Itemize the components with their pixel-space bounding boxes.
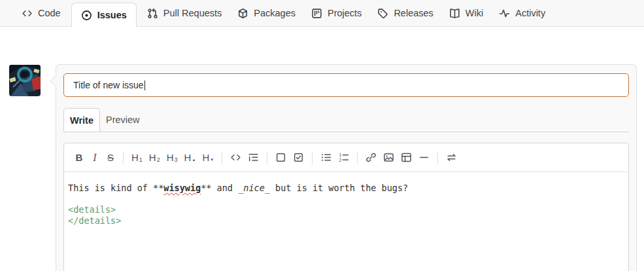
user-avatar <box>9 65 41 96</box>
text-cursor <box>144 81 145 90</box>
heading2-label: H <box>149 152 156 163</box>
book-icon <box>449 8 460 19</box>
bold-misspelled-word: wisywig <box>163 183 201 193</box>
pulse-icon <box>499 8 510 19</box>
heading1-sub: 1 <box>139 156 143 163</box>
tab-code[interactable]: Code <box>14 0 69 26</box>
heading-down-button[interactable]: H▼ <box>199 149 217 167</box>
plain-text: but is it worth the bugs? <box>270 183 408 193</box>
tab-activity[interactable]: Activity <box>491 0 553 26</box>
italic-button[interactable]: I <box>87 149 103 167</box>
code-icon <box>230 152 241 163</box>
toolbar-divider <box>123 151 124 164</box>
editor-line: <details> <box>68 204 624 215</box>
switch-arrows-icon <box>446 152 457 163</box>
bold-button[interactable]: B <box>71 149 87 167</box>
new-issue-comment-box: Title of new issue Write Preview B I S H… <box>56 64 637 271</box>
plain-text: This is kind of <box>68 183 153 193</box>
code-button[interactable] <box>227 149 245 167</box>
html-details-open-tag: <details> <box>68 204 116 215</box>
tab-releases[interactable]: Releases <box>369 0 441 26</box>
unordered-list-button[interactable] <box>317 149 335 167</box>
checkbox-empty-button[interactable] <box>272 149 290 167</box>
tab-wiki-label: Wiki <box>466 8 483 18</box>
horizontal-rule-button[interactable] <box>415 149 433 167</box>
heading2-button[interactable]: H2 <box>146 149 163 167</box>
tab-pull-requests-label: Pull Requests <box>163 8 222 18</box>
package-icon <box>237 8 248 19</box>
image-icon <box>383 152 394 163</box>
toolbar-divider <box>357 151 358 164</box>
markdown-textarea[interactable]: This is kind of **wisywig** and _nice_ b… <box>64 172 628 236</box>
checkbox-empty-icon <box>275 152 286 163</box>
project-icon <box>311 8 322 19</box>
editor-tab-bar: Write Preview <box>63 108 629 132</box>
code-icon <box>22 8 33 19</box>
quote-button[interactable] <box>245 149 262 167</box>
ordered-list-button[interactable]: 1 2 <box>335 149 352 167</box>
horizontal-rule-icon <box>418 152 430 163</box>
switch-editor-button[interactable] <box>443 149 460 167</box>
toolbar-divider <box>312 151 313 164</box>
tab-wiki[interactable]: Wiki <box>441 0 491 26</box>
link-icon <box>365 152 377 163</box>
heading-up-button[interactable]: H▲ <box>181 149 199 167</box>
svg-text:2: 2 <box>339 158 342 162</box>
tab-activity-label: Activity <box>515 8 545 18</box>
editor-line-empty <box>68 194 624 205</box>
link-button[interactable] <box>362 149 380 167</box>
tab-write[interactable]: Write <box>63 108 100 132</box>
tag-icon <box>377 8 388 19</box>
html-details-close-tag: </details> <box>68 215 121 226</box>
list-unordered-icon <box>320 152 331 163</box>
strong-marker: ** <box>201 183 211 193</box>
heading3-label: H <box>167 152 174 163</box>
heading-down-label: H <box>202 152 209 163</box>
tab-preview[interactable]: Preview <box>100 108 146 132</box>
tab-releases-label: Releases <box>394 8 433 18</box>
heading-down-arrow-icon: ▼ <box>210 158 214 162</box>
tab-issues[interactable]: Issues <box>71 3 137 27</box>
checkbox-checked-icon <box>293 152 304 163</box>
image-button[interactable] <box>380 149 398 167</box>
repo-navbar: Code Issues Pull Requests Packages Proje… <box>0 0 644 27</box>
git-pull-request-icon <box>147 8 158 19</box>
editor-line: This is kind of **wisywig** and _nice_ b… <box>68 183 624 194</box>
editor-line: </details> <box>68 215 624 226</box>
toolbar-divider <box>222 151 222 164</box>
heading1-button[interactable]: H1 <box>128 149 146 167</box>
heading3-button[interactable]: H3 <box>163 149 181 167</box>
tab-issues-label: Issues <box>97 10 127 20</box>
strong-marker: ** <box>153 183 163 193</box>
avatar-image <box>9 65 41 96</box>
heading2-sub: 2 <box>157 156 160 163</box>
table-icon <box>401 152 412 163</box>
tab-packages[interactable]: Packages <box>229 0 303 26</box>
tab-write-label: Write <box>70 115 93 126</box>
issue-opened-icon <box>81 10 92 21</box>
table-button[interactable] <box>398 149 415 167</box>
markdown-toolbar: B I S H1 H2 H3 H▲ H▼ <box>64 143 628 172</box>
heading-up-arrow-icon: ▲ <box>192 158 195 162</box>
comment-box-notch <box>50 76 61 87</box>
new-issue-form-area: Title of new issue Write Preview B I S H… <box>0 27 644 271</box>
svg-text:1: 1 <box>339 153 342 157</box>
issue-title-value: Title of new issue <box>73 80 144 90</box>
toolbar-divider <box>267 151 267 164</box>
heading3-sub: 3 <box>175 156 178 163</box>
checkbox-checked-button[interactable] <box>290 149 307 167</box>
issue-title-input[interactable]: Title of new issue <box>63 73 629 97</box>
heading1-label: H <box>131 152 139 163</box>
quote-icon <box>248 152 259 163</box>
strikethrough-button[interactable]: S <box>103 149 118 167</box>
plain-text: and <box>211 183 238 193</box>
tab-code-label: Code <box>38 8 61 18</box>
tab-pull-requests[interactable]: Pull Requests <box>139 0 229 26</box>
markdown-editor: B I S H1 H2 H3 H▲ H▼ <box>63 143 629 271</box>
tab-preview-label: Preview <box>106 115 140 125</box>
heading-up-label: H <box>184 152 192 163</box>
tab-packages-label: Packages <box>254 8 296 18</box>
tab-projects[interactable]: Projects <box>303 0 369 26</box>
list-ordered-icon: 1 2 <box>338 152 349 163</box>
toolbar-divider <box>437 151 438 164</box>
